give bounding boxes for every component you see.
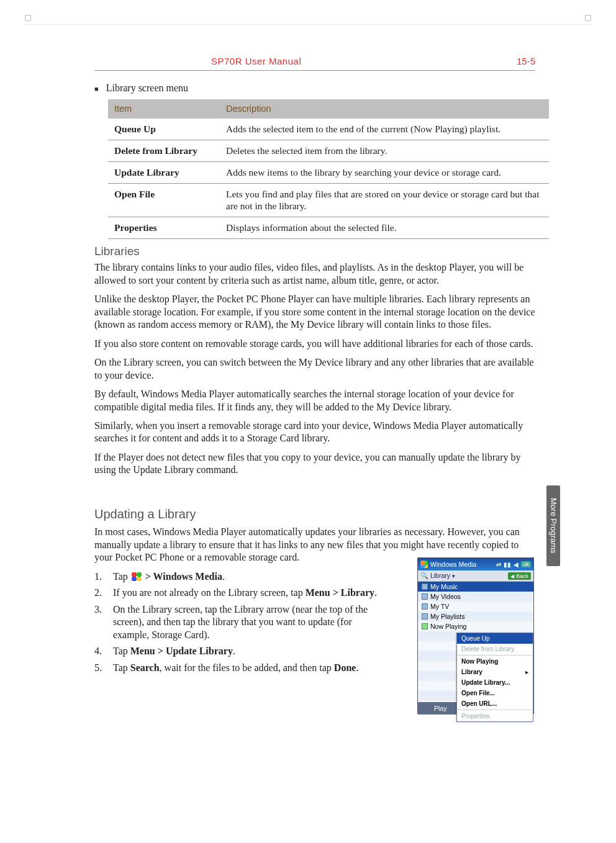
softkey-play[interactable]: Play bbox=[434, 705, 446, 712]
step-text: Tap Search, wait for the files to be add… bbox=[113, 662, 358, 674]
para: If the Player does not detect new files … bbox=[94, 451, 535, 477]
volume-icon: ◀ bbox=[514, 561, 519, 568]
cell-item: Delete from Library bbox=[108, 140, 220, 161]
folder-icon bbox=[422, 603, 428, 610]
page-number: 15-5 bbox=[517, 56, 535, 66]
menu-library[interactable]: Library▸ bbox=[457, 667, 533, 677]
play-icon bbox=[422, 623, 428, 629]
step-number: 5. bbox=[94, 662, 106, 674]
cell-desc: Adds the selected item to the end of the… bbox=[220, 119, 549, 140]
tree-item-now-playing[interactable]: Now Playing bbox=[418, 621, 533, 631]
doc-title: SP70R User Manual bbox=[211, 56, 301, 66]
step-number: 4. bbox=[94, 645, 106, 657]
step-text: Tap > Windows Media. bbox=[113, 570, 225, 583]
table-row: Queue Up Adds the selected item to the e… bbox=[108, 119, 549, 140]
bullet-library-screen-menu: ■ Library screen menu bbox=[94, 82, 535, 94]
tree-item-my-music[interactable]: My Music bbox=[418, 582, 533, 592]
app-title: Windows Media bbox=[430, 561, 476, 568]
folder-icon bbox=[422, 584, 428, 590]
cell-item: Queue Up bbox=[108, 119, 220, 140]
menu-properties: Properties bbox=[457, 711, 533, 721]
header-rule bbox=[94, 70, 535, 71]
cell-desc: Lets you find and play files that are st… bbox=[220, 183, 549, 217]
cell-item: Properties bbox=[108, 217, 220, 239]
step: 3. On the Library screen, tap the Librar… bbox=[94, 603, 385, 641]
step-number: 1. bbox=[94, 570, 106, 583]
bullet-square-icon: ■ bbox=[94, 86, 99, 92]
para: By default, Windows Media Player automat… bbox=[94, 388, 535, 413]
cell-item: Update Library bbox=[108, 161, 220, 183]
step-text: Tap Menu > Update Library. bbox=[113, 645, 235, 657]
step-text: On the Library screen, tap the Library a… bbox=[113, 603, 385, 641]
steps-list: 1. Tap > Windows Media. 2. If you are no… bbox=[94, 570, 385, 674]
para: Unlike the desktop Player, the Pocket PC… bbox=[94, 293, 535, 331]
titlebar: Windows Media ⇄ ▮▮ ◀ ok bbox=[418, 558, 533, 570]
menu-now-playing[interactable]: Now Playing bbox=[457, 656, 533, 667]
para: Similarly, when you insert a removable s… bbox=[94, 420, 535, 445]
cell-desc: Adds new items to the library by searchi… bbox=[220, 161, 549, 183]
section-libraries-heading: Libraries bbox=[94, 244, 535, 259]
table-row: Open File Lets you find and play files t… bbox=[108, 183, 549, 217]
step: 2. If you are not already on the Library… bbox=[94, 587, 385, 599]
signal-icon: ▮▮ bbox=[504, 561, 511, 568]
library-dropdown[interactable]: 🔍 Library bbox=[420, 572, 455, 580]
thumb-tab-more-programs: More Programs bbox=[546, 485, 560, 566]
menu-delete-from-library: Delete from Library bbox=[457, 644, 533, 654]
library-menu-table: Item Description Queue Up Adds the selec… bbox=[108, 99, 549, 239]
para: If you also store content on removable s… bbox=[94, 338, 535, 350]
folder-icon bbox=[422, 593, 428, 600]
step-text: If you are not already on the Library sc… bbox=[113, 587, 377, 599]
running-header: SP70R User Manual 15-5 bbox=[211, 56, 535, 66]
para: The library contains links to your audio… bbox=[94, 261, 535, 287]
table-row: Update Library Adds new items to the lib… bbox=[108, 161, 549, 183]
context-menu: Queue Up Delete from Library Now Playing… bbox=[456, 633, 533, 722]
table-row: Delete from Library Deletes the selected… bbox=[108, 140, 549, 161]
table-row: Properties Displays information about th… bbox=[108, 217, 549, 239]
menu-open-url[interactable]: Open URL... bbox=[457, 698, 533, 709]
cell-item: Open File bbox=[108, 183, 220, 217]
sync-icon: ⇄ bbox=[496, 561, 501, 568]
chevron-right-icon: ▸ bbox=[525, 669, 528, 675]
tree-item-my-playlists[interactable]: My Playlists bbox=[418, 611, 533, 621]
th-item: Item bbox=[108, 99, 220, 119]
back-button[interactable]: ◀ Back bbox=[508, 572, 531, 580]
library-tree: My Music My Videos My TV My Playlists No… bbox=[418, 582, 533, 702]
windows-icon bbox=[420, 561, 428, 568]
step: 4. Tap Menu > Update Library. bbox=[94, 645, 385, 657]
tree-item-my-tv[interactable]: My TV bbox=[418, 602, 533, 611]
menu-update-library[interactable]: Update Library... bbox=[457, 677, 533, 688]
step-number: 2. bbox=[94, 587, 106, 599]
device-screenshot: Windows Media ⇄ ▮▮ ◀ ok 🔍 Library ◀ Back… bbox=[417, 557, 534, 714]
tree-item-my-videos[interactable]: My Videos bbox=[418, 592, 533, 602]
menu-open-file[interactable]: Open File... bbox=[457, 688, 533, 698]
step-number: 3. bbox=[94, 603, 106, 641]
cell-desc: Displays information about the selected … bbox=[220, 217, 549, 239]
folder-icon bbox=[422, 613, 428, 620]
para: On the Library screen, you can switch be… bbox=[94, 356, 535, 382]
start-flag-icon bbox=[132, 572, 142, 581]
step: 1. Tap > Windows Media. bbox=[94, 570, 385, 583]
menu-queue-up[interactable]: Queue Up bbox=[457, 633, 533, 644]
bullet-text: Library screen menu bbox=[106, 82, 188, 94]
cell-desc: Deletes the selected item from the libra… bbox=[220, 140, 549, 161]
library-bar: 🔍 Library ◀ Back bbox=[418, 570, 533, 582]
th-description: Description bbox=[220, 99, 549, 119]
section-updating-heading: Updating a Library bbox=[94, 507, 535, 523]
status-icons: ⇄ ▮▮ ◀ ok bbox=[496, 561, 531, 568]
page-crop-marks bbox=[25, 17, 591, 25]
ok-button[interactable]: ok bbox=[521, 561, 531, 567]
step: 5. Tap Search, wait for the files to be … bbox=[94, 662, 385, 674]
